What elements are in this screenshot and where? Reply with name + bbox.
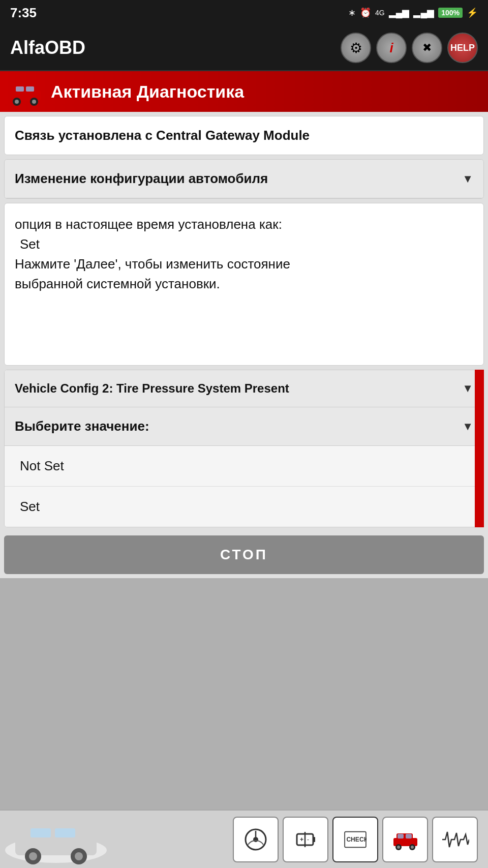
battery-nav-icon: + - bbox=[293, 827, 318, 852]
check-icon: CHECK bbox=[344, 831, 367, 848]
dropdown-options: Not Set Set bbox=[5, 446, 483, 527]
vehicle-config-section: Vehicle Config 2: Tire Pressure System P… bbox=[4, 370, 484, 527]
gauge-nav-button[interactable] bbox=[233, 817, 279, 862]
charging-icon: ⚡ bbox=[467, 7, 478, 18]
signal-bars-icon: ▂▄▆ bbox=[389, 7, 410, 18]
config-card[interactable]: Изменение конфигурации автомобиля ▼ bbox=[4, 159, 484, 199]
svg-point-14 bbox=[29, 852, 37, 860]
tools-icon: ✖ bbox=[422, 41, 432, 54]
stop-button[interactable]: СТОП bbox=[4, 535, 484, 574]
gear-icon: ⚙ bbox=[350, 40, 362, 56]
info-line1: опция в настоящее время установлена как: bbox=[15, 215, 473, 234]
svg-point-34 bbox=[411, 846, 414, 849]
config-header[interactable]: Изменение конфигурации автомобиля ▼ bbox=[5, 160, 483, 198]
nav-bar: AlfaOBD ⚙ i ✖ HELP bbox=[0, 25, 488, 71]
svg-rect-29 bbox=[398, 834, 404, 839]
header-car-icon bbox=[8, 76, 43, 107]
option-not-set[interactable]: Not Set bbox=[5, 446, 483, 487]
svg-point-5 bbox=[15, 100, 19, 104]
header-section: Активная Диагностика bbox=[0, 71, 488, 112]
signal-bars-2-icon: ▂▄▆ bbox=[413, 7, 434, 18]
tools-button[interactable]: ✖ bbox=[412, 33, 442, 63]
battery-status: 100% bbox=[438, 8, 463, 18]
connection-card: Связь установлена с Central Gateway Modu… bbox=[4, 116, 484, 155]
connection-text: Связь установлена с Central Gateway Modu… bbox=[15, 128, 310, 143]
info-card: опция в настоящее время установлена как:… bbox=[4, 203, 484, 366]
config-chevron-icon: ▼ bbox=[462, 172, 473, 186]
stop-button-container: СТОП bbox=[0, 531, 488, 578]
svg-text:-: - bbox=[307, 836, 309, 843]
signal-icon-1: 4G bbox=[375, 9, 385, 17]
svg-point-16 bbox=[75, 852, 83, 860]
status-time: 7:35 bbox=[10, 5, 37, 21]
svg-rect-2 bbox=[16, 86, 24, 92]
battery-nav-button[interactable]: + - bbox=[283, 817, 328, 862]
gear-button[interactable]: ⚙ bbox=[341, 33, 371, 63]
car-svg bbox=[8, 76, 43, 107]
red-accent-bar bbox=[475, 370, 484, 527]
svg-point-7 bbox=[32, 100, 36, 104]
status-icons: ∗ ⏰ 4G ▂▄▆ ▂▄▆ 100% ⚡ bbox=[348, 7, 478, 18]
app-title: AlfaOBD bbox=[10, 37, 85, 58]
svg-text:CHECK: CHECK bbox=[346, 836, 367, 843]
help-label: HELP bbox=[450, 43, 475, 53]
info-button[interactable]: i bbox=[376, 33, 407, 63]
svg-rect-11 bbox=[30, 828, 51, 837]
svg-rect-30 bbox=[406, 834, 412, 839]
gauge-icon bbox=[243, 827, 268, 852]
main-content: Связь установлена с Central Gateway Modu… bbox=[0, 112, 488, 531]
waveform-icon bbox=[441, 827, 469, 852]
config-label: Изменение конфигурации автомобиля bbox=[15, 171, 268, 187]
select-label: Выберите значение: bbox=[15, 418, 149, 434]
svg-point-32 bbox=[397, 846, 400, 849]
info-line4: выбранной системной установки. bbox=[15, 274, 473, 294]
header-title: Активная Диагностика bbox=[51, 82, 244, 102]
svg-text:+: + bbox=[300, 836, 303, 843]
select-chevron-icon: ▼ bbox=[462, 420, 473, 433]
car-nav-icon bbox=[391, 827, 419, 852]
alarm-icon: ⏰ bbox=[360, 7, 371, 18]
bluetooth-icon: ∗ bbox=[348, 7, 356, 18]
car-nav-button[interactable] bbox=[382, 817, 428, 862]
vehicle-config-label: Vehicle Config 2: Tire Pressure System P… bbox=[15, 381, 289, 396]
info-line3: Нажмите 'Далее', чтобы изменить состояни… bbox=[15, 254, 473, 274]
vehicle-chevron-icon: ▼ bbox=[462, 382, 473, 395]
info-line2: Set bbox=[15, 234, 473, 254]
vehicle-config-header[interactable]: Vehicle Config 2: Tire Pressure System P… bbox=[5, 370, 483, 407]
select-row[interactable]: Выберите значение: ▼ bbox=[5, 407, 483, 446]
bottom-nav: + - CHECK bbox=[0, 810, 488, 868]
nav-icons-group: ⚙ i ✖ HELP bbox=[341, 33, 478, 63]
info-icon: i bbox=[389, 40, 393, 56]
lower-area bbox=[0, 578, 488, 822]
vehicle-config-card: Vehicle Config 2: Tire Pressure System P… bbox=[4, 370, 484, 527]
svg-rect-21 bbox=[313, 837, 315, 842]
bottom-car-svg bbox=[0, 810, 112, 868]
bottom-car-left bbox=[0, 810, 112, 868]
status-bar: 7:35 ∗ ⏰ 4G ▂▄▆ ▂▄▆ 100% ⚡ bbox=[0, 0, 488, 25]
bottom-nav-icons: + - CHECK bbox=[233, 817, 478, 862]
svg-rect-12 bbox=[55, 828, 75, 837]
svg-rect-3 bbox=[26, 86, 34, 92]
waveform-nav-button[interactable] bbox=[432, 817, 478, 862]
help-button[interactable]: HELP bbox=[447, 33, 478, 63]
check-nav-button[interactable]: CHECK bbox=[332, 817, 378, 862]
svg-point-18 bbox=[253, 837, 258, 842]
option-set[interactable]: Set bbox=[5, 487, 483, 527]
